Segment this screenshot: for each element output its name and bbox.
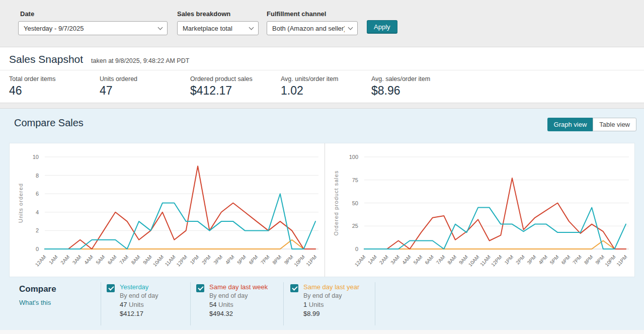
legend-item-same-day-last-year: Same day last year By end of day 1 Units… bbox=[290, 283, 359, 317]
legend-checkbox-yesterday[interactable] bbox=[107, 284, 115, 292]
svg-text:11AM: 11AM bbox=[164, 254, 177, 267]
svg-text:11AM: 11AM bbox=[479, 254, 492, 267]
svg-text:4PM: 4PM bbox=[537, 254, 548, 266]
svg-text:11PM: 11PM bbox=[615, 254, 628, 267]
svg-text:1AM: 1AM bbox=[48, 254, 59, 266]
legend-checkbox-last-week[interactable] bbox=[196, 284, 204, 292]
svg-text:Units ordered: Units ordered bbox=[18, 183, 24, 223]
date-select-value: Yesterday - 9/7/2025 bbox=[24, 25, 154, 32]
svg-text:2AM: 2AM bbox=[59, 254, 70, 266]
svg-text:8: 8 bbox=[36, 173, 39, 179]
legend-name-yesterday: Yesterday bbox=[120, 283, 158, 291]
chevron-down-icon bbox=[348, 25, 353, 30]
compare-legend: Compare What's this Yesterday By end of … bbox=[0, 282, 644, 327]
svg-text:6: 6 bbox=[36, 191, 39, 197]
svg-text:1AM: 1AM bbox=[367, 254, 378, 266]
svg-text:0: 0 bbox=[36, 246, 39, 252]
svg-text:8PM: 8PM bbox=[271, 254, 282, 266]
metric-avg-units-per-order: Avg. units/order item 1.02 bbox=[281, 75, 371, 98]
table-view-button[interactable]: Table view bbox=[593, 118, 636, 131]
svg-text:2: 2 bbox=[36, 227, 39, 233]
svg-text:5PM: 5PM bbox=[236, 254, 247, 266]
units-ordered-chart-panel: 0246810Units ordered12AM1AM2AM3AM4AM5AM6… bbox=[10, 143, 325, 277]
ordered-product-sales-chart: 0255075100Ordered product sales12AM1AM2A… bbox=[325, 143, 634, 276]
svg-text:1PM: 1PM bbox=[503, 254, 514, 266]
svg-text:2PM: 2PM bbox=[515, 254, 526, 266]
svg-text:25: 25 bbox=[352, 223, 358, 229]
snapshot-title: Sales Snapshot bbox=[9, 53, 83, 65]
product-sales-chart-panel: 0255075100Ordered product sales12AM1AM2A… bbox=[325, 143, 634, 277]
whats-this-link[interactable]: What's this bbox=[19, 299, 51, 306]
chevron-down-icon bbox=[249, 25, 254, 30]
legend-title: Compare bbox=[19, 284, 56, 294]
svg-text:10PM: 10PM bbox=[604, 254, 617, 268]
graph-view-button[interactable]: Graph view bbox=[547, 118, 593, 131]
svg-text:5PM: 5PM bbox=[549, 254, 560, 266]
svg-text:10AM: 10AM bbox=[152, 254, 165, 268]
units-ordered-chart: 0246810Units ordered12AM1AM2AM3AM4AM5AM6… bbox=[10, 143, 325, 276]
svg-text:10PM: 10PM bbox=[293, 254, 306, 268]
svg-text:12PM: 12PM bbox=[490, 254, 503, 268]
svg-text:2PM: 2PM bbox=[201, 254, 212, 266]
svg-text:3PM: 3PM bbox=[526, 254, 537, 266]
svg-text:8PM: 8PM bbox=[583, 254, 594, 266]
svg-text:12PM: 12PM bbox=[176, 254, 189, 268]
compare-sales-section: Compare Sales Graph view Table view 0246… bbox=[0, 108, 644, 330]
svg-text:4: 4 bbox=[36, 209, 39, 215]
svg-text:4AM: 4AM bbox=[83, 254, 94, 266]
bottom-strip bbox=[0, 330, 644, 334]
legend-divider bbox=[283, 282, 284, 325]
sales-breakdown-select-value: Marketplace total bbox=[183, 25, 246, 32]
sales-breakdown-select[interactable]: Marketplace total bbox=[177, 21, 259, 35]
compare-sales-title: Compare Sales bbox=[14, 117, 84, 129]
svg-text:100: 100 bbox=[349, 154, 358, 160]
svg-text:7PM: 7PM bbox=[572, 254, 583, 266]
svg-text:3PM: 3PM bbox=[212, 254, 223, 266]
svg-text:12AM: 12AM bbox=[354, 254, 367, 268]
legend-item-yesterday: Yesterday By end of day 47 Units $412.17 bbox=[107, 283, 158, 317]
fulfillment-channel-select-value: Both (Amazon and seller) bbox=[272, 25, 345, 32]
svg-text:3AM: 3AM bbox=[71, 254, 83, 266]
fulfillment-channel-select[interactable]: Both (Amazon and seller) bbox=[267, 21, 358, 35]
svg-text:11PM: 11PM bbox=[305, 254, 317, 267]
sales-dashboard: Date Yesterday - 9/7/2025 Sales breakdow… bbox=[0, 0, 644, 334]
snapshot-timestamp: taken at 9/8/2025, 9:48:22 AM PDT bbox=[91, 57, 189, 64]
svg-text:7AM: 7AM bbox=[435, 254, 446, 266]
apply-button[interactable]: Apply bbox=[367, 20, 397, 34]
legend-name-last-year: Same day last year bbox=[303, 283, 359, 291]
svg-text:3AM: 3AM bbox=[389, 254, 400, 266]
legend-name-last-week: Same day last week bbox=[209, 283, 268, 291]
metric-avg-sales-per-order: Avg. sales/order item $8.96 bbox=[371, 75, 462, 98]
svg-text:10AM: 10AM bbox=[467, 254, 480, 268]
svg-text:6AM: 6AM bbox=[424, 254, 435, 266]
svg-text:50: 50 bbox=[352, 200, 358, 206]
svg-text:8AM: 8AM bbox=[446, 254, 457, 266]
legend-item-same-day-last-week: Same day last week By end of day 54 Unit… bbox=[196, 283, 268, 317]
svg-text:6AM: 6AM bbox=[107, 254, 118, 266]
svg-text:7PM: 7PM bbox=[260, 254, 271, 266]
svg-text:4AM: 4AM bbox=[401, 254, 412, 266]
legend-divider bbox=[375, 282, 375, 325]
svg-text:5AM: 5AM bbox=[95, 254, 106, 266]
compare-charts-card: 0246810Units ordered12AM1AM2AM3AM4AM5AM6… bbox=[9, 143, 635, 277]
svg-text:0: 0 bbox=[355, 246, 358, 252]
legend-divider bbox=[190, 282, 191, 325]
sales-breakdown-label: Sales breakdown bbox=[177, 10, 230, 18]
sales-snapshot-header: Sales Snapshot taken at 9/8/2025, 9:48:2… bbox=[0, 47, 644, 70]
metric-ordered-product-sales: Ordered product sales $412.17 bbox=[190, 75, 281, 98]
metric-units-ordered: Units ordered 47 bbox=[100, 75, 190, 98]
legend-checkbox-last-year[interactable] bbox=[290, 284, 298, 292]
filter-bar: Date Yesterday - 9/7/2025 Sales breakdow… bbox=[0, 0, 644, 47]
svg-text:12AM: 12AM bbox=[34, 254, 47, 268]
svg-text:7AM: 7AM bbox=[118, 254, 129, 266]
svg-text:Ordered product sales: Ordered product sales bbox=[333, 171, 339, 236]
metric-total-order-items: Total order items 46 bbox=[9, 75, 100, 98]
svg-text:5AM: 5AM bbox=[413, 254, 424, 266]
date-select[interactable]: Yesterday - 9/7/2025 bbox=[18, 21, 168, 35]
view-toggle: Graph view Table view bbox=[547, 118, 636, 131]
legend-divider bbox=[101, 282, 101, 325]
svg-text:1PM: 1PM bbox=[189, 254, 200, 266]
svg-text:8AM: 8AM bbox=[130, 254, 141, 266]
fulfillment-channel-label: Fulfillment channel bbox=[267, 10, 326, 18]
svg-text:2AM: 2AM bbox=[378, 254, 389, 266]
